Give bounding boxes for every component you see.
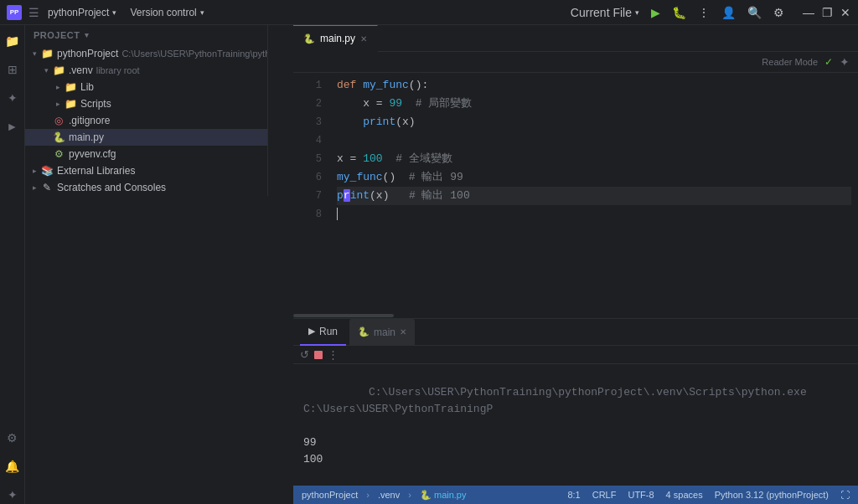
tree-item-pythonproject[interactable]: ▾ 📁 pythonProject C:\Users\USER\PythonTr… [25, 45, 267, 62]
line-num-2: 2 [302, 95, 322, 113]
activity-ai-icon[interactable]: ✦ [3, 486, 22, 504]
status-expand-icon[interactable]: ⛶ [840, 490, 850, 500]
line-num-5: 5 [302, 150, 322, 168]
tree-arrow-icon: ▾ [40, 66, 52, 75]
project-chevron-icon: ▾ [112, 8, 116, 17]
main-tab-close-button[interactable]: ✕ [400, 327, 406, 337]
bottom-panel: ▶ Run 🐍 main ✕ ↺ ⋮ C:\Users\USER\PythonT… [293, 318, 858, 486]
maximize-button[interactable]: ❐ [821, 7, 833, 18]
line-numbers: 1 2 3 4 5 6 7 8 [293, 73, 330, 313]
activity-bar: 📁 ⊞ ✦ ► ⚙ 🔔 ✦ [0, 25, 25, 504]
status-file-icon: 🐍 [420, 490, 432, 500]
status-position[interactable]: 8:1 [567, 490, 580, 500]
code-line-2: x = 99 # 局部變數 [337, 95, 851, 113]
profile-icon[interactable]: 👤 [721, 6, 736, 19]
status-project[interactable]: pythonProject [302, 490, 358, 500]
code-line-6: my_func() # 輸出 99 [337, 168, 851, 187]
status-encoding[interactable]: UTF-8 [628, 490, 654, 500]
main-tab-label: main [374, 327, 395, 338]
line-num-8: 8 [302, 205, 322, 224]
activity-vcs-icon[interactable]: ✦ [3, 89, 22, 107]
code-line-8 [337, 205, 851, 224]
search-icon[interactable]: 🔍 [747, 6, 762, 19]
sidebar-header-chevron-icon: ▾ [85, 31, 90, 39]
python-file-icon: 🐍 [52, 131, 65, 144]
more-options-icon[interactable]: ⋮ [698, 6, 710, 19]
bottom-tab-main[interactable]: 🐍 main ✕ [349, 319, 415, 346]
status-indent[interactable]: 4 spaces [666, 490, 703, 500]
editor-container: 🐍 main.py ✕ Reader Mode ✓ ✦ 1 2 3 [293, 25, 858, 318]
status-line-ending[interactable]: CRLF [592, 490, 617, 500]
tree-item-extlibs[interactable]: ▸ 📚 External Libraries [25, 162, 267, 179]
tree-item-lib[interactable]: ▸ 📁 Lib [25, 79, 267, 95]
editor-toolbar: Reader Mode ✓ ✦ [293, 52, 858, 73]
reader-mode-extra-icon[interactable]: ✦ [840, 55, 850, 69]
tree-item-venv[interactable]: ▾ 📁 .venv library root [25, 62, 267, 79]
line-num-6: 6 [302, 168, 322, 187]
tree-arrow-icon: ▸ [28, 167, 40, 175]
main-tab-icon: 🐍 [358, 327, 370, 337]
code-editor[interactable]: 1 2 3 4 5 6 7 8 def my_func(): x = 99 # … [293, 73, 858, 313]
reader-mode-label: Reader Mode [762, 57, 818, 67]
close-button[interactable]: ✕ [840, 7, 851, 18]
run-button[interactable]: ▶ [651, 6, 660, 19]
status-python[interactable]: Python 3.12 (pythonProject) [715, 490, 829, 500]
project-name-label: pythonProject [48, 7, 109, 18]
right-panel: 🐍 main.py ✕ Reader Mode ✓ ✦ 1 2 3 [293, 25, 858, 504]
activity-search-icon[interactable]: ⊞ [3, 60, 22, 79]
tab-mainpy[interactable]: 🐍 main.py ✕ [293, 25, 378, 52]
line-num-4: 4 [302, 131, 322, 150]
line-num-7: 7 [302, 187, 322, 205]
status-bar-left: pythonProject › .venv › 🐍 main.py [302, 490, 467, 501]
output-line-2: 99 [303, 435, 848, 451]
settings-icon[interactable]: ⚙ [773, 6, 784, 19]
reader-mode-button[interactable]: Reader Mode [762, 57, 818, 67]
output-line-3: 100 [303, 451, 848, 468]
tree-item-gitignore[interactable]: ◎ .gitignore [25, 112, 267, 129]
code-content[interactable]: def my_func(): x = 99 # 局部變數 print(x) x … [330, 73, 858, 313]
current-file-button[interactable]: Current File ▾ [571, 6, 639, 19]
tree-arrow-icon: ▸ [28, 183, 40, 192]
activity-settings-icon[interactable]: ⚙ [3, 429, 22, 447]
version-control-chevron-icon: ▾ [200, 8, 204, 17]
status-file[interactable]: 🐍 main.py [420, 490, 467, 501]
bottom-panel-output: C:\Users\USER\PythonTraining\pythonProje… [293, 364, 858, 486]
rerun-icon[interactable]: ↺ [300, 348, 309, 361]
code-line-4 [337, 131, 851, 150]
editor-scrollbar[interactable] [293, 313, 858, 318]
hamburger-icon[interactable]: ☰ [28, 6, 39, 19]
version-control-label: Version control [130, 7, 196, 18]
gitignore-file-icon: ◎ [52, 114, 65, 127]
version-control-menu[interactable]: Version control ▾ [130, 7, 204, 18]
folder-open-icon: 📁 [40, 47, 54, 60]
tree-arrow-icon: ▸ [52, 83, 64, 91]
tree-item-scripts[interactable]: ▸ 📁 Scripts [25, 95, 267, 112]
tree-arrow-icon: ▾ [28, 49, 40, 58]
stop-button[interactable] [314, 351, 323, 359]
code-line-5: x = 100 # 全域變數 [337, 150, 851, 168]
project-title[interactable]: pythonProject ▾ [48, 7, 116, 18]
sidebar-header: Project ▾ [25, 25, 267, 45]
top-bar: PP ☰ pythonProject ▾ Version control ▾ C… [0, 0, 858, 25]
tree-item-pyvenv[interactable]: ⚙ pyvenv.cfg [25, 146, 267, 162]
code-line-7: print(x) # 輸出 100 [337, 187, 851, 205]
tree-item-mainpy[interactable]: 🐍 main.py [25, 129, 267, 146]
tab-close-button[interactable]: ✕ [360, 34, 367, 44]
activity-files-icon[interactable]: 📁 [3, 32, 22, 50]
folder-closed-icon: 📁 [64, 97, 77, 111]
status-venv[interactable]: .venv [378, 490, 400, 500]
activity-run-icon[interactable]: ► [3, 117, 22, 136]
activity-notifications-icon[interactable]: 🔔 [3, 457, 22, 476]
tree-item-scratches[interactable]: ▸ ✎ Scratches and Consoles [25, 179, 267, 196]
minimize-button[interactable]: — [803, 7, 814, 18]
scratches-icon: ✎ [40, 181, 54, 194]
bottom-tab-run[interactable]: ▶ Run [300, 319, 346, 346]
scrollbar-thumb[interactable] [293, 314, 394, 317]
run-tab-label: Run [319, 326, 338, 337]
breadcrumb-sep-1: › [366, 490, 370, 500]
tree-arrow-icon: ▸ [52, 100, 64, 108]
bottom-panel-tabs: ▶ Run 🐍 main ✕ [293, 319, 858, 346]
window-controls: — ❐ ✕ [803, 7, 851, 18]
debug-button[interactable]: 🐛 [672, 6, 686, 19]
more-toolbar-icon[interactable]: ⋮ [328, 348, 339, 361]
